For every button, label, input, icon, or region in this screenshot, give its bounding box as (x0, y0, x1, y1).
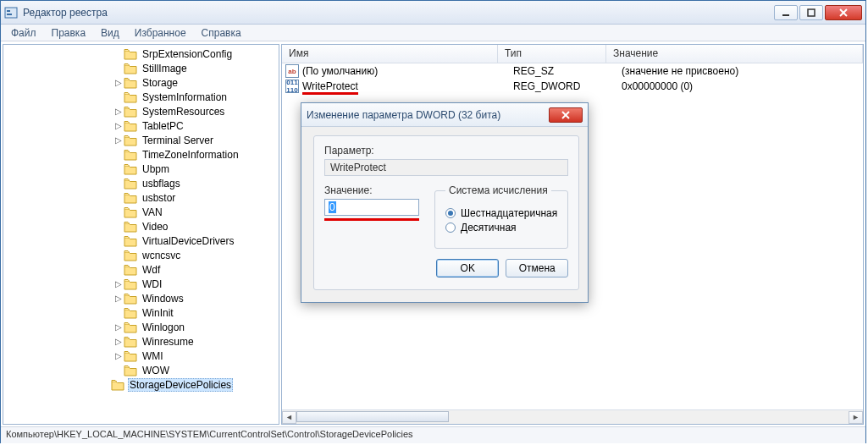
svg-rect-0 (5, 8, 17, 18)
maximize-button[interactable] (799, 5, 823, 20)
tree-item[interactable]: WinInit (3, 305, 279, 320)
menubar: Файл Правка Вид Избранное Справка (1, 25, 865, 41)
horizontal-scrollbar[interactable]: ◄ ► (282, 409, 863, 424)
tree-item[interactable]: StillImage (3, 61, 279, 75)
menu-file[interactable]: Файл (4, 25, 43, 41)
tree-item-label: usbstor (141, 192, 177, 204)
tree-item-label: SystemResources (141, 106, 226, 118)
value-name: WriteProtect (302, 80, 513, 92)
tree-item-label: TabletPC (141, 120, 185, 132)
expand-icon[interactable]: ▷ (113, 351, 124, 360)
tree-item[interactable]: TimeZoneInformation (3, 147, 279, 162)
tree-item[interactable]: ▷SystemResources (3, 104, 279, 118)
tree-item[interactable]: VAN (3, 205, 279, 219)
tree-item-label: WDI (141, 278, 163, 290)
expand-icon[interactable]: ▷ (113, 121, 124, 130)
window-title: Редактор реестра (23, 7, 774, 19)
tree-item[interactable]: ▷Winlogon (3, 320, 279, 334)
menu-view[interactable]: Вид (94, 25, 126, 41)
list-header: Имя Тип Значение (282, 45, 863, 63)
svg-rect-1 (7, 10, 10, 12)
param-name-field: WriteProtect (324, 159, 568, 176)
tree-item[interactable]: wcncsvc (3, 248, 279, 262)
tree-item[interactable]: ▷Winresume (3, 334, 279, 349)
tree-item[interactable]: ▷TabletPC (3, 118, 279, 133)
titlebar[interactable]: Редактор реестра (1, 1, 865, 25)
value-name: (По умолчанию) (302, 65, 513, 77)
dialog-titlebar[interactable]: Изменение параметра DWORD (32 бита) (301, 103, 588, 127)
tree-item-label: Video (141, 221, 169, 233)
col-type[interactable]: Тип (498, 45, 606, 63)
radio-hex[interactable]: Шестнадцатеричная (445, 207, 557, 219)
expand-icon[interactable]: ▷ (113, 135, 124, 145)
tree-item[interactable]: ▷WDI (3, 277, 279, 291)
tree-item[interactable]: ▷Storage (3, 75, 279, 90)
tree-item-label: WinInit (141, 307, 175, 319)
cancel-button[interactable]: Отмена (506, 259, 568, 277)
statusbar: Компьютер\HKEY_LOCAL_MACHINE\SYSTEM\Curr… (1, 426, 865, 443)
radio-dec[interactable]: Десятичная (445, 222, 557, 233)
edit-dword-dialog: Изменение параметра DWORD (32 бита) Пара… (301, 102, 589, 303)
dword-icon: 011110 (285, 80, 299, 93)
tree-item-label: SrpExtensionConfig (141, 48, 234, 60)
tree-item[interactable]: usbstor (3, 190, 279, 205)
value-data: 0x00000000 (0) (622, 80, 863, 92)
menu-help[interactable]: Справка (195, 25, 248, 41)
dialog-title: Изменение параметра DWORD (32 бита) (307, 109, 549, 121)
tree-item[interactable]: SrpExtensionConfig (3, 47, 279, 61)
tree-item-label: usbflags (141, 178, 182, 190)
tree-item-label: Ubpm (141, 163, 171, 175)
tree-item-label: SystemInformation (141, 91, 229, 103)
dialog-close-button[interactable] (549, 107, 583, 123)
dialog-fieldset: Параметр: WriteProtect Значение: 0 Систе… (313, 135, 579, 290)
list-row[interactable]: ab(По умолчанию)REG_SZ(значение не присв… (282, 63, 863, 79)
menu-favorites[interactable]: Избранное (128, 25, 193, 41)
tree-pane[interactable]: SrpExtensionConfigStillImage▷StorageSyst… (3, 44, 279, 425)
scroll-thumb[interactable] (296, 411, 449, 422)
tree-item[interactable]: usbflags (3, 176, 279, 190)
base-legend: Система исчисления (445, 184, 551, 196)
close-button[interactable] (825, 5, 862, 20)
tree-item[interactable]: SystemInformation (3, 90, 279, 104)
value-data: (значение не присвоено) (622, 65, 863, 77)
expand-icon[interactable]: ▷ (113, 78, 124, 87)
tree-item[interactable]: ▷Windows (3, 291, 279, 305)
tree-item[interactable]: StorageDevicePolicies (3, 377, 279, 392)
value-type: REG_DWORD (513, 80, 622, 92)
tree-item[interactable]: Ubpm (3, 162, 279, 176)
expand-icon[interactable]: ▷ (113, 337, 124, 346)
tree-item-label: Wdf (141, 264, 162, 276)
string-icon: ab (285, 64, 299, 78)
tree-item-label: Terminal Server (141, 135, 215, 146)
value-type: REG_SZ (513, 65, 622, 77)
tree-item-label: Storage (141, 77, 180, 89)
tree-item-label: Winresume (141, 336, 196, 348)
expand-icon[interactable]: ▷ (113, 294, 124, 303)
tree-item-label: WMI (141, 350, 165, 362)
param-label: Параметр: (324, 145, 568, 157)
minimize-button[interactable] (774, 5, 798, 20)
scroll-right-button[interactable]: ► (849, 411, 863, 424)
tree-item[interactable]: ▷WMI (3, 349, 279, 363)
expand-icon[interactable]: ▷ (113, 279, 124, 288)
ok-button[interactable]: OK (436, 259, 499, 277)
expand-icon[interactable]: ▷ (113, 107, 124, 116)
regedit-window: Редактор реестра Файл Правка Вид Избранн… (0, 0, 866, 443)
menu-edit[interactable]: Правка (45, 25, 93, 41)
expand-icon[interactable]: ▷ (113, 322, 124, 332)
tree-item-label: WOW (141, 365, 171, 376)
tree-item[interactable]: Video (3, 219, 279, 233)
value-label: Значение: (324, 184, 419, 196)
tree-item[interactable]: ▷Terminal Server (3, 133, 279, 147)
col-value[interactable]: Значение (606, 45, 863, 63)
tree-item[interactable]: VirtualDeviceDrivers (3, 233, 279, 248)
col-name[interactable]: Имя (282, 45, 498, 63)
regedit-icon (4, 6, 18, 19)
tree-item[interactable]: Wdf (3, 262, 279, 277)
list-row[interactable]: 011110WriteProtectREG_DWORD0x00000000 (0… (282, 79, 863, 94)
svg-rect-4 (808, 9, 815, 16)
tree-item[interactable]: WOW (3, 363, 279, 377)
value-input[interactable]: 0 (324, 199, 419, 216)
svg-rect-2 (7, 14, 12, 15)
scroll-left-button[interactable]: ◄ (282, 411, 296, 424)
